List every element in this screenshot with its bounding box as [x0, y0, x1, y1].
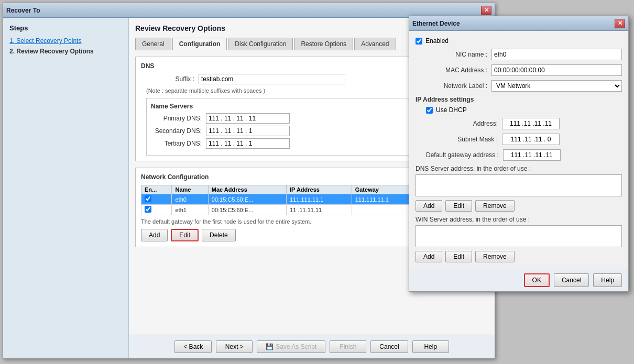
secondary-dns-input[interactable] [206, 126, 290, 136]
dns-server-label: DNS Server address, in the order of use … [416, 165, 622, 172]
eth-close-button[interactable]: ✕ [615, 19, 625, 28]
nic-name-input[interactable] [491, 49, 622, 60]
tab-restore-options[interactable]: Restore Options [294, 38, 353, 50]
sidebar-title: Steps [9, 24, 122, 32]
enabled-checkbox[interactable] [416, 38, 422, 45]
main-title: Recover To [6, 7, 40, 14]
main-close-button[interactable]: ✕ [481, 6, 491, 15]
finish-button[interactable]: Finish [330, 340, 366, 353]
dns-add-button[interactable]: Add [416, 200, 442, 212]
win-server-section: WIN Server address, in the order of use … [416, 216, 622, 262]
row-checkbox[interactable] [145, 195, 151, 202]
subnet-mask-label: Subnet Mask : [426, 136, 502, 143]
gateway-row: Default gateway address : 111 .11 .11 .1… [426, 149, 622, 161]
mac-address-input[interactable] [491, 64, 622, 76]
floppy-icon: 💾 [266, 343, 274, 350]
sidebar: Steps 1. Select Recovery Points 2. Revie… [3, 18, 129, 358]
eth-bottom-bar: OK Cancel Help [409, 269, 628, 291]
sidebar-step-1[interactable]: 1. Select Recovery Points [9, 37, 122, 45]
win-server-buttons: Add Edit Remove [416, 251, 622, 262]
col-mac: Mac Address [208, 185, 286, 194]
enabled-label: Enabled [425, 37, 449, 45]
enabled-row: Enabled [416, 37, 622, 45]
dns-server-section: DNS Server address, in the order of use … [416, 165, 622, 212]
dns-edit-button[interactable]: Edit [445, 200, 472, 212]
row-ip: 11 .11.11.11 [287, 205, 352, 215]
nic-name-row: NIC name : [416, 49, 622, 60]
row-name: eth0 [172, 194, 208, 205]
tertiary-dns-input[interactable] [206, 138, 290, 149]
tab-general[interactable]: General [135, 38, 171, 50]
col-name: Name [172, 185, 208, 194]
mac-address-label: MAC Address : [416, 67, 491, 74]
primary-dns-input[interactable] [206, 113, 290, 124]
row-checkbox[interactable] [145, 206, 151, 213]
win-add-button[interactable]: Add [416, 251, 442, 262]
dns-server-buttons: Add Edit Remove [416, 200, 622, 212]
address-value: 111 .11 .11 .11 [502, 118, 560, 129]
nic-name-label: NIC name : [416, 51, 491, 58]
eth-titlebar: Ethernet Device ✕ [409, 16, 628, 31]
help-button[interactable]: Help [412, 340, 449, 353]
use-dhcp-checkbox[interactable] [426, 107, 433, 114]
dns-suffix-input[interactable] [199, 74, 345, 84]
address-label: Address: [426, 120, 502, 127]
address-row: Address: 111 .11 .11 .11 [426, 118, 622, 129]
primary-dns-label: Primary DNS: [151, 115, 206, 122]
col-ip: IP Address [287, 185, 352, 194]
win-remove-button[interactable]: Remove [475, 251, 515, 262]
network-label-row: Network Label : VM Network [416, 80, 622, 92]
ok-button[interactable]: OK [524, 273, 550, 287]
subnet-mask-row: Subnet Mask : 111 .11 .11 . 0 [426, 134, 622, 145]
bottom-bar: < Back Next > 💾 Save As Script Finish Ca… [129, 335, 495, 358]
subnet-mask-value: 111 .11 .11 . 0 [502, 134, 560, 145]
win-server-label: WIN Server address, in the order of use … [416, 216, 622, 223]
row-gateway: 111.111.11.1 [352, 194, 417, 205]
gateway-label: Default gateway address : [426, 151, 503, 159]
tab-disk-configuration[interactable]: Disk Configuration [228, 38, 293, 50]
network-label-select[interactable]: VM Network [491, 80, 622, 92]
row-mac: 00:15:C5:60:E... [208, 205, 286, 215]
edit-button[interactable]: Edit [171, 229, 199, 241]
use-dhcp-label: Use DHCP [436, 106, 467, 114]
back-button[interactable]: < Back [174, 340, 212, 353]
row-name: eth1 [172, 205, 208, 215]
row-ip: 111.111.11.1 [287, 194, 352, 205]
row-gateway [352, 205, 417, 215]
row-enabled [141, 205, 172, 215]
cancel-button[interactable]: Cancel [370, 340, 408, 353]
ip-settings-title: IP Address settings [416, 96, 622, 103]
use-dhcp-row: Use DHCP [426, 106, 622, 114]
next-button[interactable]: Next > [216, 340, 253, 353]
eth-dialog-title: Ethernet Device [412, 20, 460, 27]
add-button[interactable]: Add [141, 229, 168, 241]
delete-button[interactable]: Delete [202, 229, 236, 241]
tertiary-dns-label: Tertiary DNS: [151, 140, 206, 147]
network-label-label: Network Label : [416, 82, 491, 90]
col-enabled: En... [141, 185, 172, 194]
tab-advanced[interactable]: Advanced [354, 38, 396, 50]
win-edit-button[interactable]: Edit [445, 251, 472, 262]
row-enabled [141, 194, 172, 205]
tab-configuration[interactable]: Configuration [172, 38, 227, 50]
ethernet-dialog: Ethernet Device ✕ Enabled NIC name : MAC… [409, 16, 629, 292]
gateway-value: 111 .11 .11 .11 [503, 149, 561, 161]
row-mac: 00:15:C5:60:E... [208, 194, 286, 205]
mac-address-row: MAC Address : [416, 64, 622, 76]
eth-dialog-body: Enabled NIC name : MAC Address : Network… [409, 31, 628, 269]
dns-suffix-label: Suffix : [141, 75, 199, 83]
dns-remove-button[interactable]: Remove [475, 200, 515, 212]
win-server-textarea[interactable] [416, 225, 622, 247]
save-as-script-button[interactable]: 💾 Save As Script [257, 340, 325, 353]
sidebar-step-2: 2. Review Recovery Options [9, 48, 122, 55]
eth-help-button[interactable]: Help [593, 273, 622, 287]
secondary-dns-label: Secondary DNS: [151, 127, 206, 135]
eth-cancel-button[interactable]: Cancel [554, 273, 589, 287]
dns-server-textarea[interactable] [416, 174, 622, 196]
col-gateway: Gateway [352, 185, 417, 194]
